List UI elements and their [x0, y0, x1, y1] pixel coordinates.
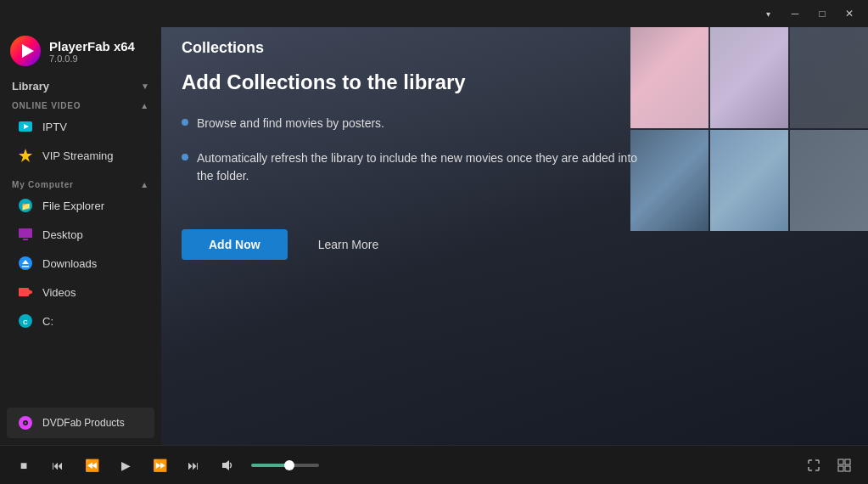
dvdfab-label: DVDFab Products	[42, 417, 125, 429]
sidebar: PlayerFab x64 7.0.0.9 Library ▼ ONLINE V…	[0, 27, 161, 445]
file-explorer-icon: 📁	[17, 197, 34, 214]
online-video-arrow: ▲	[140, 101, 149, 110]
app-logo-icon	[10, 36, 41, 66]
player-controls: ■ ⏮ ⏪ ▶ ⏩ ⏭	[14, 455, 319, 476]
fullscreen-button[interactable]	[804, 455, 824, 476]
fast-forward-button[interactable]: ⏩	[149, 455, 170, 476]
add-now-button[interactable]: Add Now	[182, 229, 288, 260]
page-title: Collections	[182, 39, 848, 57]
close-button[interactable]: ✕	[837, 5, 861, 22]
library-section[interactable]: Library ▼	[0, 75, 161, 98]
logo-text: PlayerFab x64 7.0.0.9	[49, 39, 135, 64]
learn-more-button[interactable]: Learn More	[301, 229, 396, 260]
fullscreen-icon	[807, 459, 820, 472]
sidebar-item-desktop[interactable]: Desktop	[0, 220, 161, 249]
title-bar: ▾ ─ □ ✕	[0, 0, 868, 27]
content-overlay: Collections Add Collections to the libra…	[161, 27, 868, 445]
sidebar-item-c-drive[interactable]: C C:	[0, 307, 161, 335]
online-video-category[interactable]: ONLINE VIDEO ▲	[0, 98, 161, 112]
bullet-2	[182, 154, 188, 160]
maximize-button[interactable]: □	[810, 5, 834, 22]
feature-text-1: Browse and find movies by posters.	[197, 115, 384, 132]
my-computer-label: My Computer	[12, 180, 74, 189]
vip-streaming-label: VIP Streaming	[42, 149, 114, 162]
desktop-label: Desktop	[42, 228, 83, 241]
iptv-label: IPTV	[42, 121, 67, 133]
svg-rect-22	[838, 466, 843, 471]
svg-rect-7	[19, 228, 32, 238]
rewind-button[interactable]: ⏪	[81, 455, 102, 476]
svg-rect-11	[22, 266, 29, 267]
dvdfab-icon	[17, 414, 34, 431]
svg-text:📁: 📁	[21, 201, 31, 211]
volume-thumb	[284, 460, 294, 470]
downloads-icon	[17, 255, 34, 272]
c-drive-icon: C	[17, 312, 34, 329]
main-layout: PlayerFab x64 7.0.0.9 Library ▼ ONLINE V…	[0, 27, 868, 445]
sidebar-item-iptv[interactable]: IPTV	[0, 112, 161, 141]
my-computer-category[interactable]: My Computer ▲	[0, 177, 161, 191]
file-explorer-label: File Explorer	[42, 200, 104, 212]
minimize-button[interactable]: ─	[783, 5, 807, 22]
title-bar-controls: ─ □ ✕	[783, 5, 861, 22]
library-arrow: ▼	[141, 82, 149, 91]
volume-slider[interactable]	[251, 464, 319, 467]
app-logo: PlayerFab x64 7.0.0.9	[0, 27, 161, 75]
sidebar-item-videos[interactable]: Videos	[0, 278, 161, 307]
bullet-1	[182, 119, 188, 126]
dvdfab-products-button[interactable]: DVDFab Products	[7, 408, 154, 438]
svg-point-18	[25, 422, 26, 424]
grid-view-button[interactable]	[834, 455, 854, 476]
sidebar-item-vip-streaming[interactable]: VIP Streaming	[0, 141, 161, 170]
c-drive-label: C:	[42, 315, 53, 328]
my-computer-arrow: ▲	[140, 180, 149, 189]
logo-version: 7.0.0.9	[49, 53, 135, 64]
svg-rect-20	[838, 459, 843, 464]
logo-name: PlayerFab x64	[49, 39, 135, 53]
skip-back-button[interactable]: ⏮	[48, 455, 68, 476]
svg-marker-19	[222, 460, 229, 470]
svg-rect-12	[19, 288, 29, 296]
videos-icon	[17, 284, 34, 301]
content-area: Collections Add Collections to the libra…	[161, 27, 868, 445]
svg-rect-21	[845, 459, 850, 464]
svg-text:C: C	[23, 318, 28, 326]
volume-area[interactable]	[251, 464, 319, 467]
sidebar-item-downloads[interactable]: Downloads	[0, 249, 161, 278]
iptv-icon	[17, 118, 34, 135]
title-bar-dropdown[interactable]: ▾	[759, 5, 776, 22]
skip-forward-button[interactable]: ⏭	[183, 455, 204, 476]
play-button[interactable]: ▶	[115, 455, 136, 476]
feature-list: Browse and find movies by posters. Autom…	[182, 115, 657, 202]
downloads-label: Downloads	[42, 257, 97, 270]
stop-button[interactable]: ■	[14, 455, 34, 476]
videos-label: Videos	[42, 286, 76, 299]
player-right-controls	[804, 455, 854, 476]
sidebar-item-file-explorer[interactable]: 📁 File Explorer	[0, 191, 161, 220]
feature-text-2: Automatically refresh the library to inc…	[197, 149, 657, 185]
feature-item-2: Automatically refresh the library to inc…	[182, 149, 657, 185]
collection-title: Add Collections to the library	[182, 70, 691, 94]
online-video-label: ONLINE VIDEO	[12, 101, 81, 110]
library-label: Library	[12, 80, 49, 93]
action-buttons: Add Now Learn More	[182, 229, 848, 260]
svg-marker-4	[19, 149, 32, 162]
volume-icon	[221, 459, 234, 472]
desktop-icon	[17, 226, 34, 243]
grid-icon	[837, 459, 851, 472]
svg-rect-23	[845, 466, 850, 471]
player-bar: ■ ⏮ ⏪ ▶ ⏩ ⏭	[0, 445, 868, 484]
svg-rect-8	[23, 239, 28, 240]
svg-marker-13	[29, 290, 32, 295]
volume-button[interactable]	[217, 455, 238, 476]
vip-streaming-icon	[17, 147, 34, 164]
feature-item-1: Browse and find movies by posters.	[182, 115, 657, 132]
